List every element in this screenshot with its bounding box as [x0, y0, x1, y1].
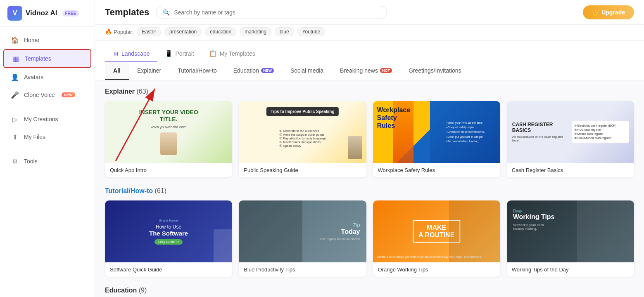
- upgrade-button[interactable]: 👑 Upgrade: [583, 5, 634, 19]
- view-tabs: 🖥 Landscape 📱 Portrait 📋 My Templates: [95, 41, 644, 62]
- sidebar-item-clone-voice[interactable]: 🎤 Clone Voice NEW: [3, 86, 91, 104]
- tag-blue[interactable]: blue: [275, 27, 294, 36]
- card-blue-productivity[interactable]: Tip Today Take regular breaks to stretch…: [239, 200, 366, 277]
- card-workplace-safety[interactable]: WorkplaceSafetyRules • Wear your PPE all…: [373, 101, 500, 177]
- logo-area: V Vidnoz AI FREE: [0, 0, 95, 27]
- popular-bar: 🔥 Popular: Easter presentation education…: [95, 25, 644, 41]
- card-cash-register[interactable]: CASH REGISTERBASICS An explanation of th…: [507, 101, 634, 177]
- sidebar: V Vidnoz AI FREE 🏠 Home ▦ Templates 👤 Av…: [0, 0, 95, 297]
- sidebar-item-tools[interactable]: ⚙ Tools: [3, 153, 91, 170]
- sidebar-label-clone-voice: Clone Voice: [24, 92, 55, 98]
- card-quick-app-intro[interactable]: INSERT YOUR VIDEOTITLE. www.youwebsite.c…: [105, 101, 232, 177]
- landscape-icon: 🖥: [112, 50, 119, 57]
- explainer-grid: INSERT YOUR VIDEOTITLE. www.youwebsite.c…: [105, 101, 634, 177]
- my-files-icon: ⬆: [11, 133, 19, 141]
- tutorial-grid: Brand Name How to Use The Software Easy …: [105, 200, 634, 277]
- card-working-tips-day[interactable]: Daily Working Tips Set weekly goals each…: [507, 200, 634, 277]
- sidebar-label-templates: Templates: [25, 55, 51, 62]
- card-label-1: Quick App Intro: [105, 163, 232, 177]
- card-thumb-8: Daily Working Tips Set weekly goals each…: [507, 200, 634, 262]
- explainer-section-title: Explainer (63): [105, 88, 634, 95]
- tab-my-templates[interactable]: 📋 My Templates: [202, 46, 263, 62]
- portrait-icon: 📱: [165, 50, 173, 57]
- tag-marketing[interactable]: marketing: [240, 27, 271, 36]
- popular-label: 🔥 Popular:: [105, 28, 133, 35]
- cat-education-label: Education: [233, 67, 259, 74]
- card-label-8: Working Tips of the Day: [507, 262, 634, 277]
- search-icon: 🔍: [163, 9, 170, 16]
- card-label-5: Software Quick Guide: [105, 262, 232, 277]
- cat-greetings-label: Greetings/Invitations: [409, 67, 461, 74]
- card-thumb-2: Tips to Improve Public Speaking ① Unders…: [239, 101, 366, 163]
- card-thumb-5: Brand Name How to Use The Software Easy …: [105, 200, 232, 262]
- education-new-badge: NEW: [261, 68, 274, 73]
- sidebar-item-avatars[interactable]: 👤 Avatars: [3, 68, 91, 86]
- cat-tab-all[interactable]: All: [105, 62, 129, 80]
- my-templates-icon: 📋: [209, 50, 217, 57]
- clone-voice-icon: 🎤: [11, 91, 19, 99]
- portrait-label: Portrait: [176, 50, 194, 57]
- cat-explainer-label: Explainer: [137, 67, 161, 74]
- tab-portrait[interactable]: 📱 Portrait: [157, 46, 202, 62]
- cat-tab-explainer[interactable]: Explainer: [129, 62, 169, 80]
- free-badge: FREE: [62, 10, 79, 16]
- cat-tab-breaking[interactable]: Breaking news HOT: [332, 62, 400, 80]
- cat-tab-education[interactable]: Education NEW: [225, 62, 282, 80]
- tools-icon: ⚙: [11, 157, 19, 165]
- main-content: Templates 🔍 👑 Upgrade 🔥 Popular: Easter …: [95, 0, 644, 297]
- upgrade-icon: 👑: [592, 9, 599, 16]
- home-icon: 🏠: [11, 36, 19, 44]
- card-public-speaking[interactable]: Tips to Improve Public Speaking ① Unders…: [239, 101, 366, 177]
- sidebar-item-my-creations[interactable]: ▷ My Creations: [3, 111, 91, 128]
- cat-social-label: Social media: [290, 67, 323, 74]
- sidebar-item-my-files[interactable]: ⬆ My Files: [3, 128, 91, 146]
- card-label-3: Workplace Safety Rules: [373, 163, 500, 177]
- tutorial-section-title: Tutorial/How-to (61): [105, 187, 634, 195]
- tab-landscape[interactable]: 🖥 Landscape: [105, 46, 157, 62]
- card-orange-tips[interactable]: MAKEA ROUTINE Create a list of things yo…: [373, 200, 500, 277]
- my-creations-icon: ▷: [11, 115, 19, 123]
- search-bar: 🔍: [156, 6, 387, 19]
- landscape-label: Landscape: [121, 50, 150, 57]
- sidebar-label-home: Home: [24, 37, 39, 43]
- cat-tutorial-label: Tutorial/How-to: [178, 67, 216, 74]
- nav-divider-1: [7, 107, 88, 107]
- tag-presentation[interactable]: presentation: [164, 27, 202, 36]
- card-thumb-4: CASH REGISTERBASICS An explanation of th…: [507, 101, 634, 163]
- category-tabs: All Explainer Tutorial/How-to Education …: [95, 62, 644, 80]
- card-label-2: Public Speaking Guide: [239, 163, 366, 177]
- logo-icon: V: [7, 6, 22, 21]
- cat-all-label: All: [113, 67, 121, 74]
- breaking-hot-badge: HOT: [380, 68, 392, 73]
- sidebar-item-home[interactable]: 🏠 Home: [3, 31, 91, 49]
- card-thumb-1: INSERT YOUR VIDEOTITLE. www.youwebsite.c…: [105, 101, 232, 163]
- card-label-6: Blue Productivity Tips: [239, 262, 366, 277]
- search-input[interactable]: [174, 9, 380, 16]
- card-thumb-7: MAKEA ROUTINE Create a list of things yo…: [373, 200, 500, 262]
- card-label-7: Orange Working Tips: [373, 262, 500, 277]
- avatars-icon: 👤: [11, 73, 19, 81]
- sidebar-label-my-files: My Files: [24, 134, 45, 140]
- sidebar-item-templates[interactable]: ▦ Templates: [3, 49, 91, 68]
- cat-tab-social[interactable]: Social media: [282, 62, 332, 80]
- card-label-4: Cash Register Basics: [507, 163, 634, 177]
- card-software-quick[interactable]: Brand Name How to Use The Software Easy …: [105, 200, 232, 277]
- cat-tab-tutorial[interactable]: Tutorial/How-to: [169, 62, 225, 80]
- education-section-title: Education (9): [105, 287, 634, 294]
- tag-easter[interactable]: Easter: [137, 27, 161, 36]
- explainer-count: (63): [136, 88, 148, 95]
- cat-tab-greetings[interactable]: Greetings/Invitations: [400, 62, 470, 80]
- page-title: Templates: [105, 7, 149, 18]
- nav-divider-2: [7, 149, 88, 149]
- cat-breaking-label: Breaking news: [340, 67, 378, 74]
- sidebar-label-avatars: Avatars: [24, 74, 43, 80]
- upgrade-label: Upgrade: [601, 9, 625, 16]
- sidebar-nav: 🏠 Home ▦ Templates 👤 Avatars 🎤 Clone Voi…: [0, 27, 95, 297]
- sidebar-label-my-creations: My Creations: [24, 116, 58, 123]
- tag-youtube[interactable]: Youtube: [297, 27, 326, 36]
- card-thumb-6: Tip Today Take regular breaks to stretch: [239, 200, 366, 262]
- clone-voice-new-badge: NEW: [62, 92, 75, 97]
- education-count: (9): [139, 287, 147, 294]
- content-area: Explainer (63) INSERT YOUR VIDEOTITLE. w…: [95, 80, 644, 297]
- tag-education[interactable]: education: [205, 27, 236, 36]
